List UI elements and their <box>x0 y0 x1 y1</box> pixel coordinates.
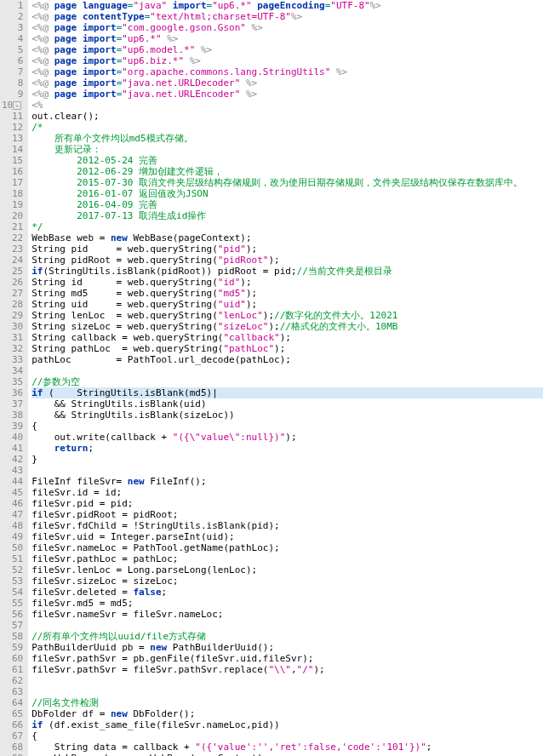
token-txt: ); <box>268 321 279 332</box>
token-txt: ); <box>240 277 251 288</box>
token-kw: page <box>54 77 77 89</box>
token-txt: ); <box>274 343 285 354</box>
token-str: "com.google.gson.Gson" <box>122 22 246 33</box>
line-number: 21 <box>2 221 23 232</box>
token-kw: new <box>150 642 167 653</box>
token-kw: new <box>111 232 128 243</box>
line-number: 41 <box>2 443 23 454</box>
token-txt <box>330 66 336 77</box>
code-line: && StringUtils.isBlank(sizeLoc)) <box>31 410 543 421</box>
token-txt: out.write(callback + <box>31 432 173 443</box>
line-number: 17 <box>2 177 23 188</box>
token-txt: ); <box>313 664 324 675</box>
code-line: { <box>31 730 543 742</box>
token-txt <box>195 44 201 55</box>
token-txt: ); <box>285 432 296 443</box>
fold-icon[interactable]: - <box>13 101 21 110</box>
token-kw: import <box>83 66 117 77</box>
token-txt: String pid = web.queryString( <box>31 243 218 255</box>
token-str: "up6.*" <box>122 33 161 44</box>
token-txt: fileSvr.sizeLoc = sizeLoc; <box>31 576 178 587</box>
token-txt: && StringUtils.isBlank(uid) <box>31 398 206 410</box>
token-txt: fileSvr.pidRoot = pidRoot; <box>31 509 178 520</box>
token-cmt: 2016-01-07 返回值改为JSON <box>31 188 208 199</box>
token-dlm: <%@ <box>31 33 54 44</box>
token-kw: import <box>83 77 117 89</box>
token-dlm: %> <box>370 0 381 11</box>
token-txt: WebBase web = <box>31 232 111 243</box>
token-kw: if <box>31 266 43 277</box>
line-number: 22 <box>2 232 23 243</box>
token-kw: page <box>54 55 77 66</box>
token-txt <box>77 55 83 66</box>
token-kw: import <box>83 22 117 33</box>
line-number: 13 <box>2 133 23 144</box>
token-kw: if <box>31 387 43 398</box>
token-kw: import <box>83 44 117 55</box>
code-area[interactable]: <%@ page language="java" import="up6.*" … <box>28 0 543 756</box>
line-number: 59 <box>2 642 23 653</box>
line-number: 47 <box>2 509 23 520</box>
line-number: 25 <box>2 266 23 277</box>
token-txt: ); <box>263 310 274 321</box>
token-txt: ; <box>89 443 94 454</box>
token-txt: fileSvr.md5 = md5; <box>31 598 133 609</box>
token-str: "pidRoot" <box>218 255 269 266</box>
line-number: 64 <box>2 697 23 708</box>
code-line: String md5 = web.queryString("md5"); <box>31 288 543 299</box>
line-number: 45 <box>2 487 23 498</box>
line-number: 38 <box>2 410 23 421</box>
code-line: FileInf fileSvr= new FileInf(); <box>31 476 543 487</box>
token-txt <box>77 11 83 22</box>
code-line: if(StringUtils.isBlank(pidRoot)) pidRoot… <box>31 266 543 277</box>
code-line: 2015-07-30 取消文件夹层级结构存储规则，改为使用日期存储规则，文件夹层… <box>31 177 543 188</box>
token-dlm: <%@ <box>31 55 54 66</box>
code-line: <%@ page contentType="text/html;charset=… <box>31 11 543 22</box>
token-kw: new <box>111 708 128 719</box>
token-kw: import <box>83 55 117 66</box>
token-txt: fileSvr.deleted = <box>31 587 133 598</box>
code-line: out.write(callback + "({\"value\":null})… <box>31 432 543 443</box>
line-number: 66 <box>2 719 23 730</box>
line-number: 63 <box>2 686 23 697</box>
line-number: 50 <box>2 542 23 553</box>
token-txt: ; <box>162 587 168 598</box>
code-line: String sizeLoc = web.queryString("sizeLo… <box>31 321 543 332</box>
token-txt: (StringUtils.isBlank(pidRoot)) pidRoot =… <box>43 266 297 277</box>
token-txt: ( StringUtils.isBlank(md5)| <box>43 387 218 398</box>
code-line <box>31 675 543 686</box>
line-number: 37 <box>2 398 23 410</box>
line-number: 1 <box>2 0 23 11</box>
token-txt: String pathLoc = web.queryString( <box>31 343 223 354</box>
token-txt: (df.exist_same_file(fileSvr.nameLoc,pid)… <box>43 719 280 730</box>
token-kw: page <box>54 89 77 100</box>
token-str: "up6.biz.*" <box>122 55 184 66</box>
token-txt <box>246 22 252 33</box>
token-txt: String pidRoot = web.queryString( <box>31 255 218 266</box>
line-number: 11 <box>2 111 23 122</box>
code-line: fileSvr.nameSvr = fileSvr.nameLoc; <box>31 609 543 620</box>
code-line: //同名文件检测 <box>31 697 543 708</box>
token-cmt: */ <box>31 221 43 232</box>
line-number: 60 <box>2 653 23 664</box>
token-txt: WebBase(pageContext); <box>145 753 269 756</box>
token-kw: new <box>128 476 145 487</box>
line-number: 26 <box>2 277 23 288</box>
code-line: fileSvr.pidRoot = pidRoot; <box>31 509 543 520</box>
token-txt: { <box>31 730 37 742</box>
code-line: fileSvr.sizeLoc = sizeLoc; <box>31 576 543 587</box>
code-line: <%@ page import="java.net.URLEncoder" %> <box>31 89 543 100</box>
token-txt: ); <box>246 288 257 299</box>
code-line: if ( StringUtils.isBlank(md5)| <box>31 387 543 398</box>
token-txt <box>240 77 246 89</box>
token-txt <box>31 443 54 454</box>
code-line: fileSvr.id = id; <box>31 487 543 498</box>
line-number: 53 <box>2 576 23 587</box>
code-line: String lenLoc = web.queryString("lenLoc"… <box>31 310 543 321</box>
token-txt <box>77 33 83 44</box>
token-kw: import <box>83 33 117 44</box>
line-number: 67 <box>2 730 23 742</box>
token-txt: ); <box>268 255 279 266</box>
code-line: } <box>31 454 543 465</box>
token-txt: ); <box>246 299 257 310</box>
